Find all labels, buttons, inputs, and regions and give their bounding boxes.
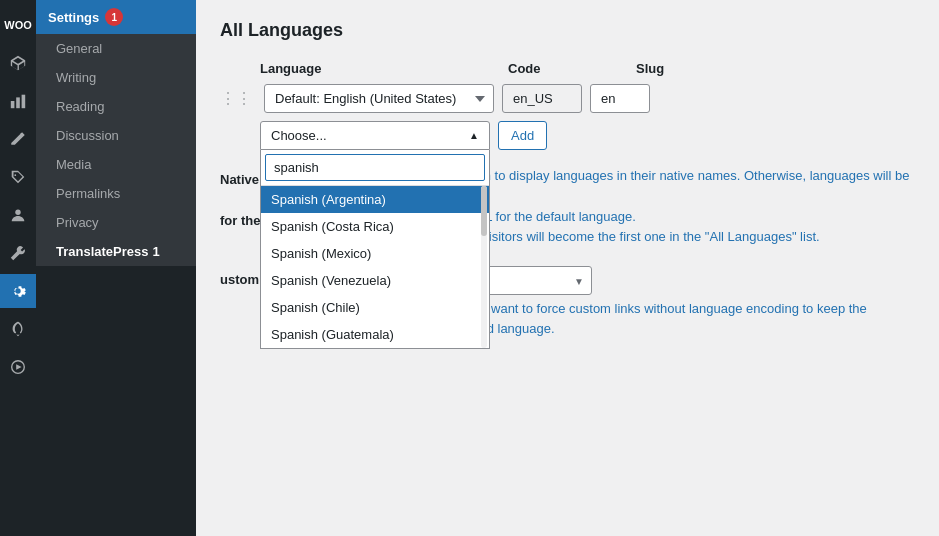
svg-rect-1 [16, 97, 20, 108]
settings-submenu: General Writing Reading Discussion Media… [36, 34, 196, 266]
choose-arrow-icon: ▲ [469, 130, 479, 141]
default-language-row: ⋮⋮ Default: English (United States) [220, 84, 915, 113]
dropdown-item-mexico[interactable]: Spanish (Mexico) [261, 240, 489, 267]
table-headers: Language Code Slug [220, 57, 915, 84]
menu-item-media[interactable]: Media [36, 150, 196, 179]
dropdown-list: Spanish (Argentina) Spanish (Costa Rica)… [261, 186, 489, 348]
box-icon[interactable] [0, 46, 36, 80]
menu-item-general[interactable]: General [36, 34, 196, 63]
menu-item-translatepress[interactable]: TranslatePress 1 [36, 237, 196, 266]
icon-sidebar: WOO [0, 0, 36, 536]
dropdown-item-chile[interactable]: Spanish (Chile) [261, 294, 489, 321]
choose-placeholder: Choose... [271, 128, 327, 143]
main-content: All Languages Language Code Slug ⋮⋮ Defa… [196, 0, 939, 536]
translatepress-badge: 1 [153, 244, 160, 259]
settings-sidebar: Settings 1 General Writing Reading Discu… [36, 0, 196, 536]
tag-icon[interactable] [0, 160, 36, 194]
language-slug-input[interactable] [590, 84, 650, 113]
page-title: All Languages [220, 20, 915, 41]
add-language-button[interactable]: Add [498, 121, 547, 150]
scrollbar-thumb[interactable] [481, 186, 487, 236]
choose-row: Choose... ▲ Spanish (Argentina) Spanish … [220, 121, 915, 150]
rocket-icon[interactable] [0, 312, 36, 346]
settings-header-label: Settings [48, 10, 99, 25]
pencil-icon[interactable] [0, 122, 36, 156]
menu-item-permalinks[interactable]: Permalinks [36, 179, 196, 208]
language-dropdown: Spanish (Argentina) Spanish (Costa Rica)… [260, 150, 490, 349]
choose-select[interactable]: Choose... ▲ [260, 121, 490, 150]
default-language-select[interactable]: Default: English (United States) [264, 84, 494, 113]
menu-item-discussion[interactable]: Discussion [36, 121, 196, 150]
bar-chart-icon[interactable] [0, 84, 36, 118]
settings-badge: 1 [105, 8, 123, 26]
dropdown-item-argentina[interactable]: Spanish (Argentina) [261, 186, 489, 213]
person-icon[interactable] [0, 198, 36, 232]
col-language: Language [260, 61, 500, 76]
menu-item-privacy[interactable]: Privacy [36, 208, 196, 237]
svg-rect-2 [22, 95, 26, 109]
language-search-input[interactable] [265, 154, 485, 181]
translatepress-label: TranslatePress [56, 244, 149, 259]
scrollbar-track [481, 186, 487, 348]
menu-item-reading[interactable]: Reading [36, 92, 196, 121]
dropdown-item-costa-rica[interactable]: Spanish (Costa Rica) [261, 213, 489, 240]
drag-handle[interactable]: ⋮⋮ [220, 89, 252, 108]
choose-wrapper: Choose... ▲ Spanish (Argentina) Spanish … [260, 121, 490, 150]
svg-point-3 [15, 210, 20, 215]
svg-rect-0 [11, 101, 15, 108]
woo-icon[interactable]: WOO [0, 8, 36, 42]
dropdown-item-venezuela[interactable]: Spanish (Venezuela) [261, 267, 489, 294]
settings-menu-header[interactable]: Settings 1 [36, 0, 196, 34]
circle-play-icon[interactable] [0, 350, 36, 384]
settings-icon[interactable] [0, 274, 36, 308]
search-input-wrapper [261, 150, 489, 186]
svg-marker-5 [16, 364, 21, 369]
col-code: Code [508, 61, 628, 76]
menu-item-writing[interactable]: Writing [36, 63, 196, 92]
language-code-input[interactable] [502, 84, 582, 113]
dropdown-item-guatemala[interactable]: Spanish (Guatemala) [261, 321, 489, 348]
wrench-icon[interactable] [0, 236, 36, 270]
col-slug: Slug [636, 61, 756, 76]
